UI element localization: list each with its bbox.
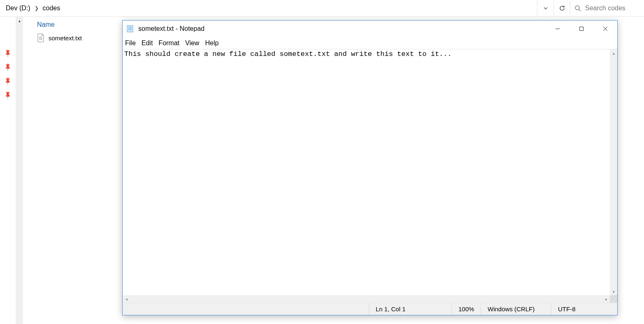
svg-point-0 [575,6,579,10]
status-zoom: 100% [452,305,481,312]
maximize-button[interactable] [570,21,593,37]
vertical-scrollbar[interactable]: ▴ ▾ [610,49,617,295]
notepad-window: sometext.txt - Notepad File Edit Format … [122,20,618,315]
column-header-name[interactable]: Name [23,17,122,32]
pin-icon: 📌 [3,76,12,86]
resize-grip[interactable] [610,295,617,303]
close-button[interactable] [593,21,617,37]
notepad-titlebar[interactable]: sometext.txt - Notepad [123,21,617,37]
pin-icon: 📌 [3,90,12,100]
breadcrumb-item[interactable]: Dev (D:) [6,5,30,12]
menu-format[interactable]: Format [158,39,179,47]
scroll-left-icon[interactable]: ◂ [123,295,130,303]
svg-rect-5 [127,25,133,32]
search-input[interactable]: Search codes [570,0,644,17]
status-line-ending: Windows (CRLF) [481,305,551,312]
search-icon [574,5,581,12]
status-encoding: UTF-8 [551,305,617,312]
notepad-icon [126,25,134,33]
breadcrumb: Dev (D:) ❯ codes [0,5,60,12]
horizontal-scrollbar[interactable]: ◂ ▸ [123,295,617,303]
nav-scrollbar[interactable]: ▴ [16,17,23,324]
menu-file[interactable]: File [125,39,136,47]
minimize-button[interactable] [546,21,570,37]
menu-help[interactable]: Help [205,39,219,47]
breadcrumb-item[interactable]: codes [43,5,60,12]
svg-rect-10 [580,27,584,31]
scroll-up-icon[interactable]: ▴ [610,49,617,57]
window-title: sometext.txt - Notepad [138,25,205,32]
file-row[interactable]: sometext.txt [23,32,122,44]
scroll-down-icon[interactable]: ▾ [610,288,617,295]
scroll-up-icon[interactable]: ▴ [16,17,23,24]
chevron-right-icon: ❯ [35,5,39,11]
text-file-icon [37,33,44,42]
file-name: sometext.txt [49,35,82,42]
pin-icon: 📌 [3,48,12,58]
menu-view[interactable]: View [185,39,199,47]
menu-edit[interactable]: Edit [142,39,153,47]
scroll-right-icon[interactable]: ▸ [602,295,610,303]
refresh-button[interactable] [553,0,570,17]
search-placeholder: Search codes [585,5,625,12]
svg-line-1 [579,9,581,11]
notepad-statusbar: Ln 1, Col 1 100% Windows (CRLF) UTF-8 [123,303,617,315]
status-position: Ln 1, Col 1 [369,305,451,312]
notepad-menubar: File Edit Format View Help [123,37,617,49]
pin-icon: 📌 [3,62,12,72]
address-history-dropdown[interactable] [537,0,553,17]
notepad-textarea[interactable]: This should create a new file called som… [123,49,610,295]
